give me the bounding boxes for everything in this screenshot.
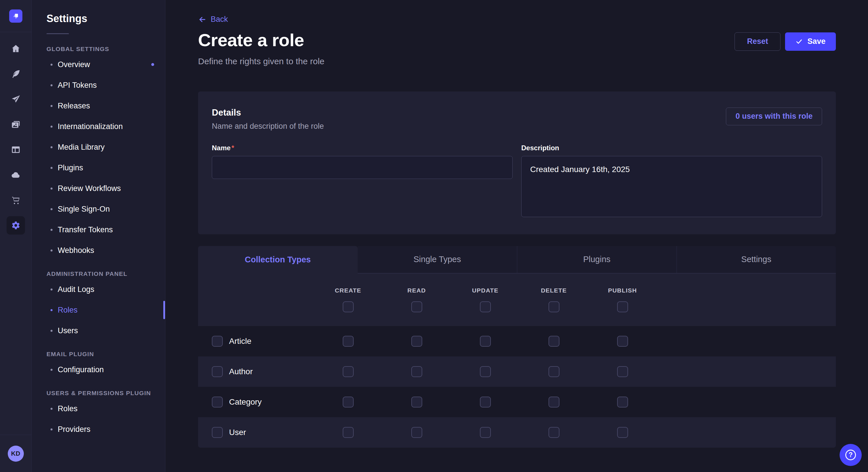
checkbox-author-update[interactable] bbox=[480, 366, 491, 377]
subnav-item-api-tokens[interactable]: API Tokens bbox=[46, 75, 158, 96]
check-icon bbox=[795, 38, 803, 45]
subnav-item-transfer-tokens[interactable]: Transfer Tokens bbox=[46, 220, 158, 240]
checkbox-author-delete[interactable] bbox=[549, 366, 559, 377]
row-select-checkbox-user[interactable] bbox=[212, 427, 223, 438]
notification-dot bbox=[151, 63, 154, 66]
checkbox-author-create[interactable] bbox=[343, 366, 353, 377]
details-card-head: Details Name and description of the role… bbox=[212, 107, 822, 131]
row-label: User bbox=[229, 428, 246, 437]
tab-single-types[interactable]: Single Types bbox=[358, 246, 517, 274]
subnav-item-releases[interactable]: Releases bbox=[46, 96, 158, 116]
subnav-section-label: USERS & PERMISSIONS PLUGIN bbox=[46, 390, 158, 397]
checkbox-category-delete[interactable] bbox=[549, 397, 559, 407]
subnav-item-label: Roles bbox=[58, 404, 78, 413]
active-indicator-bar bbox=[163, 301, 165, 319]
checkbox-user-delete[interactable] bbox=[549, 427, 559, 438]
subnav-item-review-workflows[interactable]: Review Workflows bbox=[46, 178, 158, 199]
header-actions: Reset Save bbox=[735, 32, 836, 51]
cart-icon[interactable] bbox=[7, 191, 25, 209]
checkbox-category-create[interactable] bbox=[343, 397, 353, 407]
home-icon[interactable] bbox=[7, 40, 25, 58]
subnav-item-roles[interactable]: Roles bbox=[46, 398, 158, 419]
subnav-header: Settings bbox=[32, 0, 165, 34]
subnav-item-webhooks[interactable]: Webhooks bbox=[46, 240, 158, 261]
subnav-section-items: Audit Logs Roles Users bbox=[46, 279, 158, 341]
subnav-item-overview[interactable]: Overview bbox=[46, 54, 158, 75]
tab-collection-types[interactable]: Collection Types bbox=[198, 246, 358, 274]
select-all-read-checkbox[interactable] bbox=[411, 301, 422, 312]
subnav-item-label: Releases bbox=[58, 102, 90, 110]
layout-icon[interactable] bbox=[7, 140, 25, 159]
subnav-section-label: GLOBAL SETTINGS bbox=[46, 45, 158, 53]
row-select-checkbox-article[interactable] bbox=[212, 336, 223, 347]
subnav-item-roles[interactable]: Roles bbox=[46, 300, 158, 320]
settings-gear-icon[interactable] bbox=[7, 216, 25, 235]
cell-user-delete bbox=[520, 427, 588, 438]
subnav-item-plugins[interactable]: Plugins bbox=[46, 158, 158, 178]
select-all-update-checkbox[interactable] bbox=[480, 301, 491, 312]
subnav-item-label: Media Library bbox=[58, 143, 105, 152]
cell-article-create bbox=[314, 336, 382, 347]
checkbox-category-update[interactable] bbox=[480, 397, 491, 407]
row-select-checkbox-author[interactable] bbox=[212, 366, 223, 377]
checkbox-user-read[interactable] bbox=[411, 427, 422, 438]
save-button[interactable]: Save bbox=[785, 32, 836, 51]
checkbox-category-read[interactable] bbox=[411, 397, 422, 407]
bullet-icon bbox=[51, 408, 53, 410]
subnav-title: Settings bbox=[46, 12, 158, 25]
page-title: Create a role bbox=[198, 31, 324, 49]
paper-plane-icon[interactable] bbox=[7, 90, 25, 108]
back-label: Back bbox=[211, 15, 228, 24]
cell-article-publish bbox=[588, 336, 657, 347]
checkbox-author-publish[interactable] bbox=[617, 366, 628, 377]
subnav-item-audit-logs[interactable]: Audit Logs bbox=[46, 279, 158, 300]
bullet-icon bbox=[51, 289, 53, 291]
question-mark-icon: ? bbox=[845, 450, 856, 460]
permission-column-read: READ bbox=[382, 287, 451, 312]
tab-settings[interactable]: Settings bbox=[677, 246, 836, 274]
bullet-icon bbox=[51, 188, 53, 190]
description-textarea[interactable] bbox=[521, 156, 822, 217]
subnav-item-configuration[interactable]: Configuration bbox=[46, 359, 158, 380]
subnav-item-users[interactable]: Users bbox=[46, 320, 158, 341]
subnav-item-providers[interactable]: Providers bbox=[46, 419, 158, 440]
row-head: Category bbox=[212, 397, 314, 407]
reset-button[interactable]: Reset bbox=[735, 32, 780, 51]
media-glyph bbox=[11, 119, 21, 130]
subnav-item-internationalization[interactable]: Internationalization bbox=[46, 116, 158, 137]
back-link[interactable]: Back bbox=[198, 15, 228, 24]
select-all-publish-checkbox[interactable] bbox=[617, 301, 628, 312]
checkbox-category-publish[interactable] bbox=[617, 397, 628, 407]
checkbox-user-publish[interactable] bbox=[617, 427, 628, 438]
select-all-delete-checkbox[interactable] bbox=[549, 301, 559, 312]
main-nav-rail: KD bbox=[0, 0, 32, 472]
bullet-icon bbox=[51, 167, 53, 169]
feather-icon[interactable] bbox=[7, 65, 25, 83]
checkbox-user-create[interactable] bbox=[343, 427, 353, 438]
checkbox-article-read[interactable] bbox=[411, 336, 422, 347]
user-avatar[interactable]: KD bbox=[8, 446, 24, 462]
select-all-create-checkbox[interactable] bbox=[343, 301, 353, 312]
checkbox-article-publish[interactable] bbox=[617, 336, 628, 347]
name-label: Name* bbox=[212, 144, 234, 152]
media-icon[interactable] bbox=[7, 115, 25, 134]
permission-column-label: CREATE bbox=[335, 287, 361, 294]
subnav-item-single-sign-on[interactable]: Single Sign-On bbox=[46, 199, 158, 220]
paper-plane-glyph bbox=[11, 94, 21, 104]
tab-label: Single Types bbox=[413, 255, 461, 264]
row-select-checkbox-category[interactable] bbox=[212, 397, 223, 407]
subnav-item-media-library[interactable]: Media Library bbox=[46, 137, 158, 158]
help-button[interactable]: ? bbox=[840, 444, 862, 466]
rail-icon-list bbox=[7, 40, 25, 235]
cloud-icon[interactable] bbox=[7, 166, 25, 184]
checkbox-article-create[interactable] bbox=[343, 336, 353, 347]
tab-plugins[interactable]: Plugins bbox=[517, 246, 677, 274]
users-with-role-button[interactable]: 0 users with this role bbox=[726, 107, 822, 125]
name-input[interactable] bbox=[212, 156, 513, 179]
checkbox-article-delete[interactable] bbox=[549, 336, 559, 347]
cell-author-read bbox=[382, 366, 451, 377]
checkbox-author-read[interactable] bbox=[411, 366, 422, 377]
strapi-logo-icon[interactable] bbox=[9, 9, 22, 23]
checkbox-article-update[interactable] bbox=[480, 336, 491, 347]
checkbox-user-update[interactable] bbox=[480, 427, 491, 438]
